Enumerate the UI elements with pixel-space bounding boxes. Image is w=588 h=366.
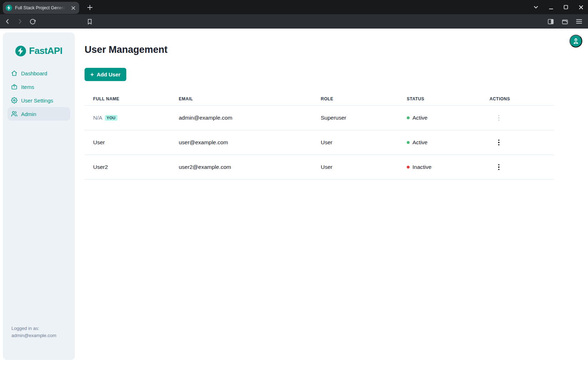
user-email: user@example.com [170,139,312,146]
row-actions-menu-icon[interactable] [495,114,503,122]
browser-window: Full Stack Project Genera [0,0,588,366]
column-header-full-name: Full Name [85,96,170,101]
page-content: FastAPI Dashboard Items [0,29,588,366]
sidebar-item-label: Items [21,84,34,90]
logged-in-info: Logged in as: admin@example.com [11,325,56,339]
status-label: Inactive [412,164,431,170]
sidebar-item-dashboard[interactable]: Dashboard [7,66,70,80]
user-full-name: User [93,139,105,146]
sidebar-item-user-settings[interactable]: User Settings [7,94,70,107]
user-full-name: User2 [93,164,108,170]
row-actions-menu-icon[interactable] [495,138,503,147]
status-dot [407,141,410,144]
fastapi-logo-icon [15,46,26,56]
gear-icon [11,97,17,104]
user-email: admin@example.com [170,115,312,121]
table-row: User user@example.com User Active [85,130,554,155]
back-button[interactable] [4,17,11,25]
plus-icon: + [90,71,94,77]
tab-search-chevron-icon[interactable] [533,4,539,10]
column-header-actions: Actions [481,96,554,101]
column-header-role: Role [312,96,398,101]
new-tab-button[interactable] [85,2,95,12]
user-role: User [312,139,398,146]
row-actions-menu-icon[interactable] [495,163,503,171]
column-header-email: Email [170,96,312,101]
reload-button[interactable] [29,17,36,25]
logged-in-email: admin@example.com [11,332,56,339]
tab-title: Full Stack Project Genera [15,5,67,10]
sidebar-item-label: Dashboard [21,70,47,76]
sidebar-item-label: User Settings [21,97,53,104]
column-header-status: Status [398,96,481,101]
you-badge: YOU [105,115,117,121]
sidebar-toggle-icon[interactable] [547,17,554,25]
page-title: User Management [85,44,168,55]
status-label: Active [412,115,427,121]
sidebar: FastAPI Dashboard Items [3,32,75,360]
tab-strip: Full Stack Project Genera [0,0,588,14]
close-tab-icon[interactable] [70,5,76,11]
user-avatar-button[interactable] [569,35,582,47]
astronaut-icon [572,37,579,45]
table-header-row: Full Name Email Role Status Actions [85,92,554,106]
status-label: Active [412,139,427,146]
table-row: User2 user2@example.com User Inactive [85,155,554,180]
fastapi-favicon-icon [6,5,12,11]
user-role: User [312,164,398,170]
bookmark-icon[interactable] [86,17,93,25]
sidebar-item-admin[interactable]: Admin [7,107,70,121]
logo-text: FastAPI [29,45,62,56]
status-dot [407,116,410,119]
minimize-button[interactable] [548,4,554,10]
user-email: user2@example.com [170,164,312,170]
sidebar-nav: Dashboard Items User Settings [3,66,75,121]
close-window-button[interactable] [578,4,584,10]
browser-toolbar: localhost/admin [0,14,588,29]
menu-icon[interactable] [575,17,583,25]
logged-in-label: Logged in as: [11,325,56,332]
add-user-label: Add User [97,71,121,77]
maximize-button[interactable] [563,4,569,10]
users-table: Full Name Email Role Status Actions N/A … [85,92,554,180]
browser-tab[interactable]: Full Stack Project Genera [3,2,79,14]
add-user-button[interactable]: + Add User [85,68,126,81]
briefcase-icon [11,84,17,90]
forward-button[interactable] [16,17,24,25]
wallet-icon[interactable] [561,17,569,25]
fastapi-logo: FastAPI [3,45,75,56]
sidebar-item-label: Admin [21,111,36,117]
user-role: Superuser [312,115,398,121]
sidebar-item-items[interactable]: Items [7,80,70,94]
table-row: N/A YOU admin@example.com Superuser Acti… [85,106,554,130]
users-icon [11,111,17,117]
user-full-name: N/A [93,115,102,121]
home-icon [11,70,17,76]
status-dot [407,166,410,169]
